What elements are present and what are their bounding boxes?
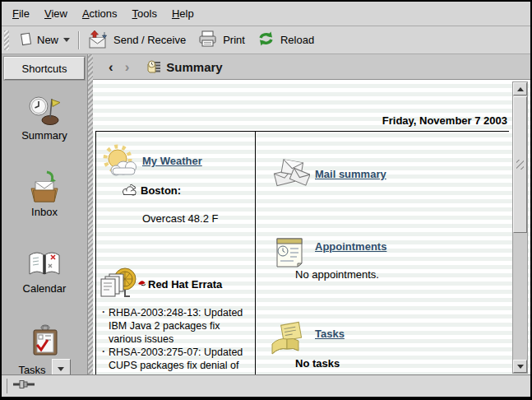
tasks-shortcut-icon	[26, 323, 62, 357]
tasks-link[interactable]: Tasks	[315, 328, 345, 340]
shortcuts-group-button[interactable]: Shortcuts	[4, 57, 85, 80]
view-title: Summary	[166, 60, 222, 74]
send-receive-label: Send / Receive	[113, 34, 186, 46]
print-icon	[197, 30, 218, 50]
sidebar-item-inbox[interactable]: Inbox	[2, 170, 87, 218]
toolbar-separator	[78, 31, 79, 49]
send-receive-button[interactable]: Send / Receive	[81, 26, 192, 53]
appointments-icon	[272, 232, 307, 272]
menu-file[interactable]: File	[5, 4, 37, 23]
errata-list: RHBA-2003:248-13: Updated IBM Java 2 pac…	[100, 306, 252, 375]
reload-label: Reload	[280, 34, 314, 46]
chevron-down-icon	[58, 367, 64, 371]
arrow-down-icon	[517, 365, 524, 369]
new-button[interactable]: New	[14, 30, 76, 51]
send-receive-icon	[87, 29, 109, 51]
mail-summary-link[interactable]: Mail summary	[315, 168, 386, 180]
status-bar	[2, 374, 530, 397]
reload-button[interactable]: Reload	[251, 28, 320, 53]
sidebar-item-label: Summary	[21, 129, 67, 142]
summary-table: My Weather Boston: Overcast	[95, 131, 509, 375]
date-heading: Friday, November 7 2003	[382, 114, 507, 127]
print-button[interactable]: Print	[192, 27, 251, 53]
new-document-icon	[20, 32, 32, 49]
toolbar: New Send / Receive	[2, 26, 530, 54]
errata-item: RHBA-2003:248-13: Updated IBM Java 2 pac…	[100, 306, 252, 346]
calendar-shortcut-icon	[26, 246, 62, 281]
sidebar-item-summary[interactable]: Summary	[2, 93, 87, 142]
new-button-label: New	[37, 34, 58, 46]
sidebar-item-calendar[interactable]: Calendar	[2, 246, 87, 295]
errata-item: RHSA-2003:275-07: Updated CUPS packages …	[100, 346, 252, 375]
menu-bar: File View Actions Tools Help	[2, 2, 530, 26]
toolbar-drag-handle[interactable]	[4, 30, 9, 50]
print-label: Print	[223, 34, 245, 46]
view-header: ‹ › Summary	[93, 54, 530, 80]
weather-condition: Overcast 48.2 F	[142, 212, 218, 225]
appointments-link[interactable]: Appointments	[315, 240, 386, 253]
shortcuts-sidebar: Shortcuts Summary	[2, 54, 88, 375]
sidebar-item-tasks[interactable]: Tasks	[2, 323, 87, 375]
my-weather-icon	[101, 143, 141, 184]
sidebar-item-label: Tasks	[18, 364, 45, 376]
appointments-status: No appointments.	[295, 268, 379, 281]
mail-summary-icon	[271, 156, 310, 196]
scrollbar-grip	[516, 160, 524, 170]
errata-heading-label: Red Hat Errata	[148, 278, 222, 291]
red-hat-icon	[137, 278, 146, 291]
menu-actions[interactable]: Actions	[75, 4, 125, 23]
summary-shortcut-icon	[26, 93, 62, 128]
tasks-icon	[267, 319, 307, 359]
tasks-status: No tasks	[295, 357, 340, 370]
weather-condition-icon	[121, 183, 139, 201]
forward-button[interactable]: ›	[119, 60, 136, 74]
sidebar-item-label: Inbox	[31, 206, 58, 218]
inbox-shortcut-icon	[26, 170, 62, 204]
weather-location: Boston:	[141, 184, 181, 197]
errata-heading: Red Hat Errata	[137, 278, 222, 291]
my-weather-link[interactable]: My Weather	[142, 155, 202, 167]
column-divider	[255, 132, 256, 375]
scroll-up-button[interactable]	[513, 82, 527, 95]
chevron-down-icon	[63, 38, 70, 42]
reload-icon	[257, 30, 275, 50]
scroll-down-button[interactable]	[513, 360, 527, 373]
evolution-window: File View Actions Tools Help New	[0, 0, 532, 400]
sidebar-item-label: Calendar	[23, 282, 67, 295]
arrow-up-icon	[517, 87, 524, 91]
menu-help[interactable]: Help	[164, 4, 201, 23]
menu-view[interactable]: View	[37, 4, 75, 23]
main-panel: ‹ › Summary Friday, November 7 2003	[93, 54, 530, 375]
sidebar-scroll-down-button[interactable]	[52, 359, 71, 375]
back-button[interactable]: ‹	[103, 60, 119, 74]
online-status-icon[interactable]	[13, 379, 36, 393]
statusbar-divider	[7, 379, 7, 393]
menu-tools[interactable]: Tools	[125, 4, 164, 23]
scrollbar-thumb[interactable]	[513, 96, 527, 233]
red-hat-errata-icon	[98, 266, 141, 310]
summary-content: Friday, November 7 2003	[93, 80, 530, 375]
summary-view-icon	[146, 59, 161, 74]
vertical-scrollbar[interactable]	[512, 81, 528, 374]
